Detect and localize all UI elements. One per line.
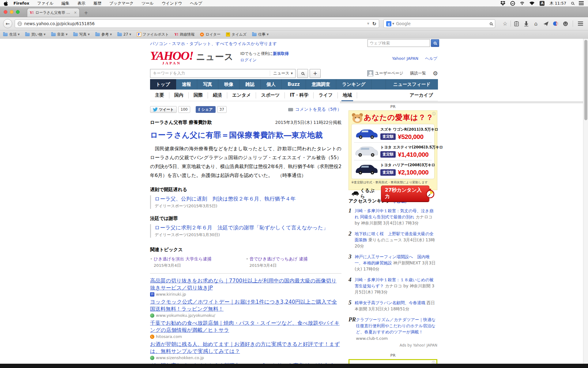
ad-link[interactable]: 千葉でお勧めの食べ放題店舗｜焼肉・パスタ・スイーツなど、食べ放題やバイキングの店… — [150, 320, 341, 334]
section-link[interactable]: ローラ父、公判に遅刻 判決は懲役２年６月、執行猶予４年 — [155, 196, 296, 202]
nav-tab-buzz[interactable]: Buzz — [282, 79, 306, 90]
user-avatar[interactable] — [367, 70, 373, 76]
nav-tab-top[interactable]: トップ — [150, 79, 176, 90]
bookmark-times[interactable]: ≡タイムズ — [226, 32, 247, 37]
subnav-keizai[interactable]: 経済 — [208, 92, 227, 98]
reload-icon[interactable] — [372, 21, 376, 27]
menubar-item-history[interactable]: 履歴 — [93, 1, 101, 6]
menubar-item-edit[interactable]: 編集 — [62, 1, 70, 6]
nav-tab-shashin[interactable]: 写真 — [197, 79, 218, 90]
scrollbar[interactable] — [583, 39, 588, 364]
news-search-button[interactable] — [297, 69, 308, 78]
ranking-pr-link[interactable]: クラブツーリズム／カナダツアー｜快適な往復直行便利用やこだわりのホテル宿泊など、… — [356, 317, 435, 334]
bookmark-folder-seikatsu[interactable]: 生活 — [3, 32, 20, 37]
news-search-input[interactable]: キーワードを入力 ニュース — [150, 69, 296, 78]
article-headline-link[interactable]: ローラさん父に有罪＝国保療養費詐欺―東京地裁 — [150, 131, 323, 140]
bookmark-folder-sanko[interactable]: 参考 — [95, 32, 112, 37]
web-search-button[interactable] — [431, 39, 439, 47]
tab-close-icon[interactable]: × — [74, 10, 77, 15]
bookmark-folder-27[interactable]: 27 — [117, 32, 131, 36]
url-bar[interactable]: news.yahoo.co.jp/pickup/6151856 — [15, 19, 379, 28]
browser-search-field[interactable]: g Google — [383, 19, 495, 28]
gear-icon[interactable] — [433, 70, 438, 77]
apple-icon[interactable] — [4, 1, 8, 6]
menubar-item-firefox[interactable]: Firefox — [13, 1, 29, 6]
subnav-chiiki[interactable]: 地域 — [338, 92, 357, 98]
car-appraisal-ad[interactable]: ⓘ あなたの愛車は？？ スズキ ワゴンR(2011)3.5万キロ 査定額 ¥52… — [349, 110, 437, 190]
close-window-button[interactable] — [4, 10, 7, 14]
related-topic-link[interactable]: 音でひき逃げでっちあげ 逮捕 — [250, 256, 307, 261]
bookmark-reuters[interactable]: ロイター — [200, 32, 221, 37]
ranking-link[interactable]: 精華女子高ブラバン名顧問、今春退職 — [355, 300, 425, 305]
subscriptions-link[interactable]: 購読一覧 — [410, 71, 426, 76]
bookmark-folder-kaimono[interactable]: 買い物 — [25, 32, 45, 37]
subnav-kokunai[interactable]: 国内 — [169, 92, 189, 98]
dropbox-icon[interactable] — [500, 1, 505, 6]
related-topic-link[interactable]: ひき逃げを演出 大学生ら逮捕 — [154, 256, 211, 261]
login-link[interactable]: ログイン — [240, 58, 257, 62]
subnav-life[interactable]: ライフ — [314, 92, 338, 98]
bookmark-folder-shashin[interactable]: 写真 — [73, 32, 90, 37]
yahoo-logo[interactable]: YAHOO! JAPAN — [150, 50, 193, 66]
menubar-item-tools[interactable]: ツール — [141, 1, 154, 6]
bluetooth-audio-icon[interactable] — [520, 1, 524, 6]
yahoo-japan-link[interactable]: Yahoo! JAPAN — [392, 56, 418, 61]
notification-center-icon[interactable] — [579, 1, 584, 5]
car-ad-cta-button[interactable]: 27秒カンタン入力 — [381, 186, 429, 201]
pdf-tool-icon[interactable] — [551, 19, 560, 28]
subnav-kokusai[interactable]: 国際 — [189, 92, 208, 98]
subnav-sports[interactable]: スポーツ — [256, 92, 285, 98]
nav-tab-ishiki[interactable]: 意識調査 — [306, 79, 336, 90]
ad-link[interactable]: ヨックモック公式／ホワイトデー｜お届け先1件につき3,240円以上ご購入で全国送… — [150, 298, 341, 312]
url-text[interactable]: news.yahoo.co.jp/pickup/6151856 — [24, 21, 367, 26]
ad-link[interactable]: お酒が翌朝に残る人、始めてます｜お酒好きの方に実感できると好評です！まずは、無料… — [150, 341, 341, 355]
bookmark-folder-shigoto[interactable]: 仕事 — [252, 32, 269, 37]
web-search-input[interactable]: ウェブ検索 — [368, 39, 430, 47]
minimize-window-button[interactable] — [10, 10, 13, 14]
promo-link[interactable]: パソコン・スマホ・タブレット、すべてをウイルスから守ります — [150, 41, 277, 47]
browser-tab[interactable]: Y! ローラさん父有罪 療養費詐... × — [27, 8, 80, 17]
zoom-window-button[interactable] — [16, 10, 20, 14]
bookmark-rosen[interactable]: Y!路線情報 — [174, 32, 194, 37]
downloads-icon[interactable] — [521, 19, 531, 28]
clipboard-icon[interactable] — [511, 19, 521, 28]
help-link[interactable]: ヘルプ — [425, 56, 437, 61]
nav-tab-eizo[interactable]: 映像 — [218, 79, 239, 90]
search-category-dropdown[interactable]: ニュース — [270, 71, 293, 76]
home-icon[interactable]: ⌂ — [531, 19, 541, 28]
chat-smiley-icon[interactable] — [560, 19, 570, 28]
creative-cloud-icon[interactable] — [510, 1, 515, 6]
subnav-archive[interactable]: アーカイブ — [405, 92, 438, 98]
hamburger-menu-icon[interactable] — [575, 19, 585, 28]
add-search-button[interactable]: + — [310, 69, 321, 78]
section-link[interactable]: ローラ父に求刑２年６月 法廷で涙の謝罪「恥ずかしくて言えなかった」 — [155, 224, 328, 231]
new-tab-button[interactable]: + — [82, 9, 90, 16]
menubar-item-file[interactable]: ファイル — [37, 1, 54, 6]
search-placeholder[interactable]: Google — [396, 21, 490, 26]
nav-tab-kojin[interactable]: 個人 — [261, 79, 282, 90]
menubar-clock[interactable]: 木 11:57 — [549, 1, 566, 6]
subnav-entame[interactable]: エンタメ — [227, 92, 256, 98]
bookmark-folder-ongaku[interactable]: 音楽 — [51, 32, 68, 37]
ad-link[interactable]: 高品質の切り抜きをお求めなら｜7700社以上が利用中の国内最大級の画像切り抜きサ… — [150, 277, 341, 291]
wifi-icon[interactable] — [529, 1, 535, 6]
send-page-icon[interactable] — [541, 19, 551, 28]
service-name[interactable]: ニュース — [196, 51, 234, 63]
user-page-link[interactable]: ユーザーページ — [375, 71, 403, 76]
bookmark-star-icon[interactable]: ☆ — [500, 19, 510, 28]
menubar-item-window[interactable]: ウインドウ — [162, 1, 182, 6]
nav-tab-sokuho[interactable]: 速報 — [176, 79, 197, 90]
facebook-share-button[interactable]: f シェア — [196, 106, 216, 113]
back-button[interactable] — [3, 19, 12, 28]
search-go-icon[interactable] — [490, 22, 492, 25]
signup-link[interactable]: 新規取得 — [273, 51, 289, 56]
nav-tab-ranking[interactable]: ランキング — [336, 79, 372, 90]
url-dropdown-icon[interactable] — [367, 22, 369, 25]
menubar-item-help[interactable]: ヘルプ — [190, 1, 202, 6]
input-method-icon[interactable]: A — [540, 1, 545, 6]
spotlight-icon[interactable] — [571, 2, 574, 5]
scrollbar-thumb[interactable] — [584, 40, 587, 120]
bookmark-filepost[interactable]: Fファイルポスト — [137, 32, 169, 37]
nav-tab-zasshi[interactable]: 雑誌 — [239, 79, 261, 90]
google-icon[interactable]: g — [386, 21, 391, 26]
